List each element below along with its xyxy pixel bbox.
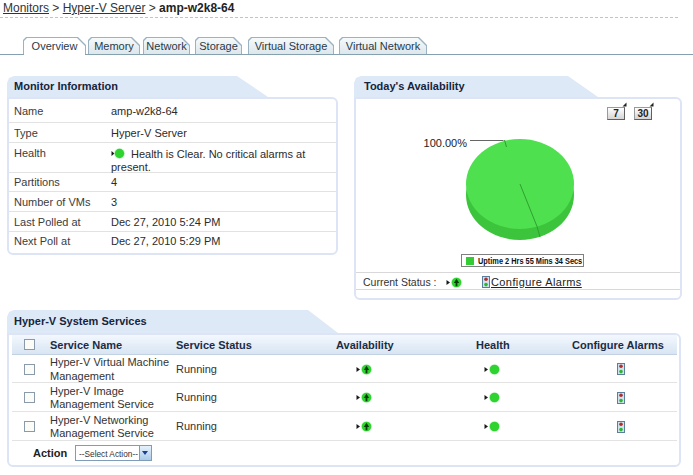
svg-text:100.00%: 100.00% xyxy=(424,137,468,149)
